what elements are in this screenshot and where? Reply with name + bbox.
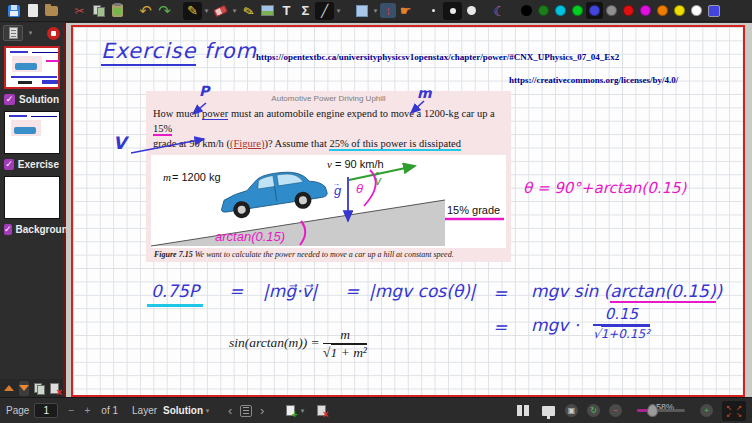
- thumbnail-content: [11, 76, 57, 78]
- sidebar-close-button[interactable]: [47, 27, 60, 40]
- layer-select[interactable]: Solution ▾: [163, 402, 212, 420]
- presentation-mode-button[interactable]: [540, 402, 556, 419]
- checkbox-checked-icon[interactable]: ✓: [4, 224, 12, 235]
- color-green[interactable]: [569, 2, 586, 19]
- color-blue-selected[interactable]: [586, 2, 603, 19]
- color-gray[interactable]: [603, 2, 620, 19]
- layer-row-solution[interactable]: ✓ Solution: [0, 91, 63, 108]
- shape-options-dropdown[interactable]: ▾: [334, 2, 343, 20]
- vertical-space-tool-button[interactable]: ↕: [380, 3, 396, 18]
- checkbox-checked-icon[interactable]: ✓: [4, 159, 14, 170]
- color-picker-button[interactable]: [705, 2, 722, 19]
- page-number-input[interactable]: [34, 403, 58, 418]
- text-tool-button[interactable]: T: [277, 2, 296, 20]
- eraser-tool-button[interactable]: [211, 2, 230, 20]
- redo-button[interactable]: ↷: [155, 2, 174, 20]
- dual-page-view-button[interactable]: [515, 402, 531, 419]
- zoom-slider-handle[interactable]: [647, 404, 658, 417]
- zoom-in-button[interactable]: +: [700, 404, 713, 417]
- select-options-dropdown[interactable]: ▾: [371, 2, 380, 20]
- canvas-viewport[interactable]: Exercise from https://opentextbc.ca/univ…: [66, 23, 752, 397]
- page-preview-icon: [9, 27, 18, 39]
- color-magenta[interactable]: [637, 2, 654, 19]
- source-url-link[interactable]: https://opentextbc.ca/universityphysicsv…: [256, 52, 619, 62]
- page-decrement-button[interactable]: −: [63, 402, 79, 419]
- new-page-button[interactable]: [282, 402, 298, 419]
- new-file-icon: [28, 4, 38, 17]
- layer-label: Layer: [132, 405, 157, 416]
- delete-page-button[interactable]: [313, 402, 329, 419]
- layer-stack-button[interactable]: [238, 402, 254, 419]
- delete-page-icon: [50, 383, 59, 394]
- move-layer-down-button[interactable]: [19, 381, 29, 396]
- page-label: Page: [6, 405, 29, 416]
- color-swatch: [640, 5, 651, 16]
- undo-button[interactable]: ↶: [136, 2, 155, 20]
- problem-text-line: How much power must an automobile engine…: [153, 106, 505, 136]
- license-url-link[interactable]: https://creativecommons.org/licenses/by/…: [509, 75, 678, 85]
- select-rectangle-button[interactable]: [352, 2, 371, 20]
- stroke-thick-button[interactable]: [462, 2, 481, 20]
- thumbnail-content: [14, 127, 36, 134]
- insert-image-button[interactable]: [258, 2, 277, 20]
- next-layer-button[interactable]: ›: [254, 402, 270, 419]
- zoom-slider[interactable]: [637, 409, 685, 412]
- open-folder-icon: [45, 6, 58, 16]
- highlighter-tool-button[interactable]: ✎: [237, 0, 260, 22]
- new-document-button[interactable]: [23, 2, 42, 20]
- paste-button[interactable]: [108, 2, 127, 20]
- stroke-medium-button[interactable]: [443, 2, 462, 20]
- sidebar-dropdown[interactable]: ▾: [26, 24, 35, 42]
- save-button[interactable]: [4, 2, 23, 20]
- preview-mode-button[interactable]: [3, 25, 23, 41]
- hand-tool-button[interactable]: ☛: [396, 2, 415, 20]
- layer-row-exercise[interactable]: ✓ Exercise: [0, 156, 63, 173]
- thumbnail-content: [31, 116, 57, 117]
- color-orange[interactable]: [654, 2, 671, 19]
- pen-tool-button[interactable]: ✎: [183, 2, 202, 20]
- pen-options-dropdown[interactable]: ▾: [202, 2, 211, 20]
- color-red[interactable]: [620, 2, 637, 19]
- mass-var: m: [163, 171, 171, 183]
- thumbnail-content: [42, 80, 58, 84]
- zoom-original-button[interactable]: ↻: [587, 404, 600, 417]
- move-layer-up-button[interactable]: [4, 381, 14, 396]
- thumbnail-content: [18, 81, 32, 84]
- shape-line-tool-button[interactable]: ╱: [315, 2, 334, 20]
- color-swatch: [691, 5, 702, 16]
- zoom-out-button[interactable]: −: [609, 404, 622, 417]
- layer-thumbnail-all[interactable]: [4, 46, 60, 89]
- document-page[interactable]: Exercise from https://opentextbc.ca/univ…: [71, 25, 745, 397]
- fullscreen-icon: ↖: [724, 404, 734, 411]
- underlined-grade-pct: 15%: [153, 123, 172, 136]
- stroke-fine-button[interactable]: [424, 2, 443, 20]
- math-tex-button[interactable]: Σ: [296, 2, 315, 20]
- ink-sin-form: mgv sin (arctan(0.15)): [531, 281, 722, 301]
- color-white[interactable]: [688, 2, 705, 19]
- problem-image[interactable]: Automotive Power Driving Uphill How much…: [146, 91, 511, 262]
- layer-thumbnail-exercise[interactable]: [4, 111, 60, 154]
- chevron-down-icon: ▾: [301, 407, 305, 415]
- previous-layer-button[interactable]: ‹: [222, 402, 238, 419]
- checkbox-checked-icon[interactable]: ✓: [4, 94, 15, 105]
- cut-button[interactable]: ✂: [70, 2, 89, 20]
- layer-row-background[interactable]: ✓ Background: [0, 221, 63, 238]
- copy-button[interactable]: [89, 2, 108, 20]
- color-cyan[interactable]: [552, 2, 569, 19]
- thumbnail-content: [15, 63, 37, 70]
- layer-thumbnail-background[interactable]: [4, 176, 60, 219]
- eraser-icon: [213, 4, 228, 17]
- figure-link[interactable]: (Figure): [230, 138, 264, 149]
- page-increment-button[interactable]: +: [79, 402, 95, 419]
- color-black[interactable]: [518, 2, 535, 19]
- chevron-down-icon: ▾: [233, 7, 237, 15]
- open-button[interactable]: [42, 2, 61, 20]
- zoom-fit-button[interactable]: ▣: [565, 404, 578, 417]
- duplicate-layer-button[interactable]: [34, 381, 45, 396]
- fullscreen-button[interactable]: ↖↗↙↘: [722, 401, 746, 421]
- color-yellow[interactable]: [671, 2, 688, 19]
- fill-toggle-button[interactable]: ☾: [490, 2, 509, 20]
- delete-layer-button[interactable]: [50, 381, 59, 396]
- new-page-dropdown[interactable]: ▾: [298, 402, 307, 420]
- color-darkgreen[interactable]: [535, 2, 552, 19]
